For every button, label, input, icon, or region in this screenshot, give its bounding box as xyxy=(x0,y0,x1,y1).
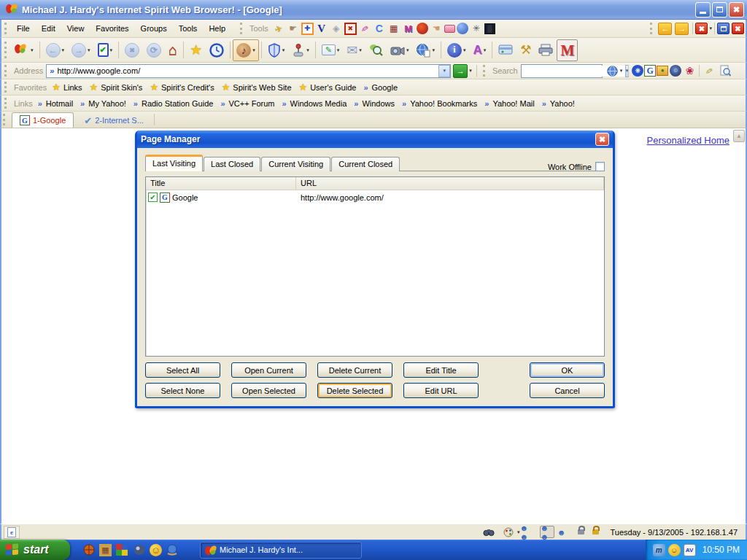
antivirus-tray-icon[interactable]: AV xyxy=(684,544,696,556)
fonts-button[interactable]: A ▾ xyxy=(469,39,489,61)
close-page-button[interactable]: ✖ xyxy=(695,23,708,34)
address-dropdown[interactable]: ▾ xyxy=(438,65,450,77)
toolbar-grip[interactable] xyxy=(650,23,654,35)
go-page-dropdown[interactable]: ▾ xyxy=(110,47,113,53)
edit-title-button[interactable]: Edit Title xyxy=(403,362,479,378)
games-dropdown[interactable]: ▾ xyxy=(306,47,309,53)
toolbar-grip[interactable] xyxy=(4,65,8,76)
go-dropdown[interactable]: ▾ xyxy=(469,68,472,74)
toolbar-grip[interactable] xyxy=(4,42,8,58)
security-lock-icon[interactable] xyxy=(574,526,589,538)
dart-tool-icon[interactable]: ✈ xyxy=(270,20,287,36)
delete-current-button[interactable]: Delete Current xyxy=(317,362,392,378)
media-button[interactable]: ♪ ▾ xyxy=(233,39,259,61)
basketball-icon[interactable] xyxy=(82,542,96,557)
compose-button[interactable]: ✎ ▾ xyxy=(318,39,344,61)
row-checkbox[interactable]: ✔ xyxy=(148,192,158,202)
address-input[interactable] xyxy=(57,66,438,77)
globe-dropdown[interactable]: ▾ xyxy=(432,47,435,53)
web-search-dropdown[interactable]: ▾ xyxy=(620,68,623,74)
ok-button[interactable]: OK xyxy=(530,362,605,378)
google-icon[interactable]: G xyxy=(644,65,656,77)
link-item-yahoo[interactable]: »Yahoo! xyxy=(540,98,580,109)
zoom-page-button[interactable] xyxy=(716,63,735,78)
open-current-button[interactable]: Open Current xyxy=(231,362,306,378)
taskbar-task-button[interactable]: Michael J. Hardy's Int... xyxy=(200,542,362,559)
dialog-close-button[interactable]: ✖ xyxy=(595,133,609,146)
globe-hands-tool-icon[interactable] xyxy=(457,23,468,34)
web-globe-button[interactable]: ▾ xyxy=(412,39,438,61)
gold-lock-icon[interactable] xyxy=(589,526,603,538)
avatar-face-icon[interactable]: ☺ xyxy=(670,65,681,77)
web-search-button[interactable]: ▾ xyxy=(603,63,627,78)
link-item-yahoo-mail[interactable]: »Yahoo! Mail xyxy=(482,98,539,109)
go-page-button[interactable]: ✔ ▾ xyxy=(94,39,117,61)
chat-users-icon[interactable]: ☻☻ xyxy=(540,526,554,538)
dialog-tab-last-closed[interactable]: Last Closed xyxy=(204,157,260,171)
stop-button[interactable]: ✖ xyxy=(121,39,143,61)
compose-dropdown[interactable]: ▾ xyxy=(337,47,340,53)
column-header-title[interactable]: Title xyxy=(146,177,296,190)
toolbar-grip[interactable] xyxy=(4,82,8,93)
scrollbar-up-button[interactable]: ▲ xyxy=(733,130,745,142)
go-button[interactable]: → xyxy=(453,64,468,78)
fire-circle-tool-icon[interactable] xyxy=(417,23,428,34)
select-none-button[interactable]: Select None xyxy=(145,383,220,398)
highlighter-icon[interactable]: ✎ xyxy=(702,63,716,79)
search-page-button[interactable] xyxy=(365,39,387,61)
tab-internet-s[interactable]: ✔ 2-Internet S... xyxy=(76,112,152,128)
toolbar-grip[interactable] xyxy=(483,65,487,76)
dialog-tab-current-visiting[interactable]: Current Visiting xyxy=(261,157,330,171)
home-button[interactable]: ⌂ xyxy=(165,39,181,61)
page-list-row[interactable]: ✔ G Google http://www.google.com/ xyxy=(146,190,604,204)
favorite-item-spirit-skins[interactable]: ★Spirit Skin's xyxy=(88,80,148,94)
forward-button[interactable]: →▾ xyxy=(68,39,94,61)
color-squares-icon[interactable] xyxy=(115,542,129,557)
edit-url-button[interactable]: Edit URL xyxy=(403,383,479,398)
favorites-button[interactable]: ★ xyxy=(186,39,206,61)
options-tools-button[interactable]: ⚒ xyxy=(516,39,535,61)
link-item-vcpp-forum[interactable]: »VC++ Forum xyxy=(218,98,279,109)
find-binoculars-icon[interactable] xyxy=(481,526,496,538)
baidu-icon[interactable]: ❋ xyxy=(632,65,643,77)
media-dropdown[interactable]: ▾ xyxy=(252,47,255,53)
menu-help[interactable]: Help xyxy=(203,22,231,35)
calendar-tool-icon[interactable]: ▦ xyxy=(387,23,400,35)
mail-button[interactable]: ✉▾ xyxy=(343,39,365,61)
pointer-hand-tool-icon[interactable]: ☛ xyxy=(430,23,443,35)
link-item-my-yahoo[interactable]: »My Yahoo! xyxy=(78,98,131,109)
skins-palette-icon[interactable] xyxy=(501,526,516,538)
favorite-item-users-guide[interactable]: ★User's Guide xyxy=(297,80,362,94)
menu-view[interactable]: View xyxy=(61,22,90,35)
info-dropdown[interactable]: ▾ xyxy=(463,47,466,53)
hardy-m-button[interactable]: M xyxy=(557,39,578,61)
user-icon[interactable]: ☻ xyxy=(554,526,569,538)
column-header-url[interactable]: URL xyxy=(296,177,604,190)
games-button[interactable]: ▾ xyxy=(288,39,313,61)
toolbar-grip[interactable] xyxy=(3,114,7,125)
disco-ball-icon[interactable] xyxy=(132,542,147,557)
link-item-hotmail[interactable]: »Hotmail xyxy=(36,98,78,109)
fonts-dropdown[interactable]: ▾ xyxy=(484,47,487,53)
cancel-button[interactable]: Cancel xyxy=(530,383,605,398)
capture-dropdown[interactable]: ▾ xyxy=(406,47,409,53)
add-plus-icon[interactable]: ✚ xyxy=(301,23,314,35)
v-tool-icon[interactable]: V xyxy=(315,23,328,35)
minimize-button[interactable] xyxy=(695,2,711,18)
red-x-tool-icon[interactable]: ✖ xyxy=(344,23,357,35)
next-page-button[interactable]: → xyxy=(675,23,689,35)
forward-dropdown[interactable]: ▾ xyxy=(88,47,90,53)
spider-tool-icon[interactable]: ✳ xyxy=(470,23,483,35)
picture-icon[interactable]: ● xyxy=(657,66,668,76)
back-button[interactable]: ←▾ xyxy=(42,39,69,61)
favorite-item-links[interactable]: ★Links xyxy=(50,80,87,94)
close-page-dropdown[interactable]: ▾ xyxy=(709,26,712,31)
globe-hands-icon[interactable] xyxy=(165,542,179,557)
toolbar-grip[interactable] xyxy=(4,98,8,109)
smiley-tray-icon[interactable]: ☺ xyxy=(668,544,681,556)
prev-page-button[interactable]: ← xyxy=(658,23,672,35)
link-item-yahoo-bookmarks[interactable]: »Yahoo! Bookmarks xyxy=(400,98,482,109)
dialog-tab-last-visiting[interactable]: Last Visiting xyxy=(145,155,203,171)
wallet-button[interactable] xyxy=(495,39,516,61)
history-button[interactable] xyxy=(206,39,228,61)
